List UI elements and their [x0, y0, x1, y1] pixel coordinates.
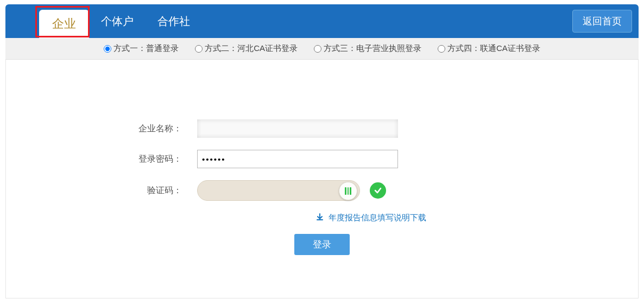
tab-coop[interactable]: 合作社 — [146, 4, 202, 38]
password-label: 登录密码： — [116, 154, 197, 165]
mode-label: 方式四：联通CA证书登录 — [447, 43, 540, 54]
tab-label: 个体户 — [101, 4, 134, 38]
mode-label: 方式二：河北CA证书登录 — [205, 43, 298, 54]
tab-label: 合作社 — [157, 4, 190, 38]
captcha-label: 验证码： — [116, 185, 197, 196]
download-link[interactable]: 年度报告信息填写说明下载 — [315, 213, 426, 223]
login-button-label: 登录 — [313, 239, 331, 250]
tab-individual[interactable]: 个体户 — [89, 4, 146, 38]
company-label: 企业名称： — [116, 123, 197, 135]
captcha-success-icon — [370, 182, 386, 199]
mode-option-3[interactable]: 方式三：电子营业执照登录 — [314, 43, 421, 54]
mode-radio-1[interactable] — [104, 45, 111, 53]
row-company: 企业名称： — [116, 119, 528, 138]
download-icon — [315, 213, 324, 223]
password-input[interactable] — [197, 150, 398, 168]
login-mode-row: 方式一：普通登录 方式二：河北CA证书登录 方式三：电子营业执照登录 方式四：联… — [5, 38, 639, 60]
mode-label: 方式三：电子营业执照登录 — [324, 43, 421, 54]
row-captcha: 验证码： — [116, 180, 528, 201]
mode-option-1[interactable]: 方式一：普通登录 — [104, 43, 179, 54]
mode-radio-2[interactable] — [195, 45, 203, 53]
mode-option-2[interactable]: 方式二：河北CA证书登录 — [195, 43, 298, 54]
tab-enterprise[interactable]: 企业 — [39, 10, 89, 38]
download-link-text: 年度报告信息填写说明下载 — [329, 213, 426, 223]
return-home-label: 返回首页 — [583, 16, 622, 27]
return-home-button[interactable]: 返回首页 — [572, 10, 632, 33]
login-button[interactable]: 登录 — [294, 234, 350, 255]
download-link-row: 年度报告信息填写说明下载 — [116, 213, 528, 223]
login-form-panel: 企业名称： 登录密码： 验证码： — [5, 60, 639, 298]
captcha-slider[interactable] — [197, 180, 360, 201]
mode-option-4[interactable]: 方式四：联通CA证书登录 — [438, 43, 540, 54]
company-input[interactable] — [197, 119, 398, 138]
mode-radio-4[interactable] — [438, 45, 445, 53]
slider-bars-icon — [345, 187, 351, 195]
mode-radio-3[interactable] — [314, 45, 321, 53]
tab-label: 企业 — [52, 10, 76, 38]
slider-handle[interactable] — [339, 182, 357, 200]
mode-label: 方式一：普通登录 — [113, 43, 179, 54]
row-password: 登录密码： — [116, 150, 528, 168]
tab-bar: 企业 个体户 合作社 返回首页 — [5, 4, 639, 38]
